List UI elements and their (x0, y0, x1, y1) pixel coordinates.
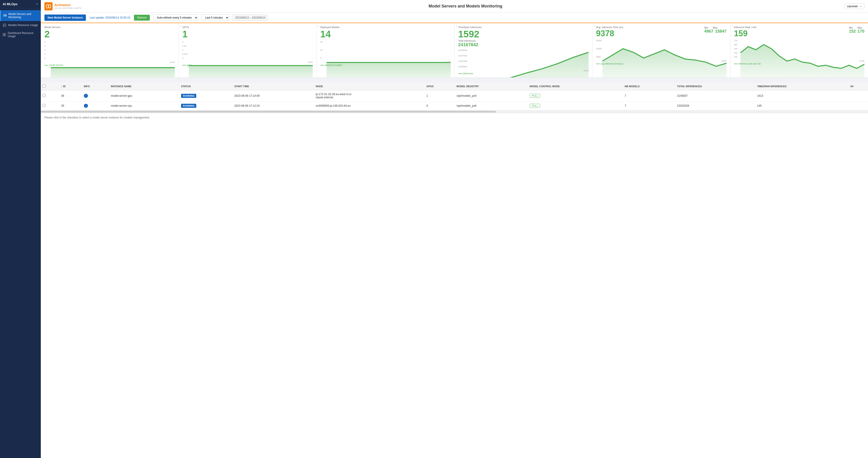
min-value-4: 4967 (704, 29, 713, 34)
th-node[interactable]: NODE (314, 82, 425, 90)
chart-inference-rate: 170165160155150 15:05 (734, 39, 865, 62)
td-nb-models-1: 7 (623, 101, 675, 110)
metric-info-icon-3: i (457, 25, 457, 27)
metric-left-4: Avg. Inference Time (us) 9378 (596, 26, 623, 38)
td-model-control-mode-1: POLL (528, 101, 623, 110)
user-arrow-icon: → (859, 4, 862, 8)
metric-value-2: 14 (320, 29, 451, 39)
chart-gpus: 21.5010.5000 15:05 (182, 41, 313, 63)
legend-line-4 (596, 64, 600, 64)
sidebar-item-model-servers[interactable]: Model Servers and Monitoring (0, 10, 41, 21)
minmax-labels-5: MinMax (849, 26, 864, 29)
refresh-button[interactable]: Refresh (134, 15, 150, 21)
th-status[interactable]: STATUS (179, 82, 232, 90)
sidebar-header: AI MLOps × (0, 0, 41, 8)
th-timespan-inferences[interactable]: TIMESPAN INFERENCES (755, 82, 848, 90)
sidebar-close-icon[interactable]: × (36, 2, 38, 6)
user-badge[interactable]: caromel → (845, 3, 864, 9)
instances-table: ↓ ID INFO INSTANCE NAME STATUS START TIM… (41, 82, 868, 110)
svg-marker-20 (740, 45, 865, 78)
footer-note: Please click in the checkbox to select a… (41, 113, 868, 122)
metric-label-1: GPUs (182, 26, 313, 29)
horizontal-scrollbar[interactable] (41, 110, 868, 113)
svg-point-3 (6, 16, 6, 16)
th-total-inferences[interactable]: TOTAL INFERENCES (675, 82, 755, 90)
metric-label-3: TimeSpan Inferences (458, 26, 589, 29)
td-id-1: 35 (59, 101, 82, 110)
sidebar-title: AI MLOps (3, 2, 18, 6)
metric-gpus: i GPUs 1 21.5010.5000 15:05 gpu (179, 23, 317, 77)
td-id-0: 36 (59, 90, 82, 101)
sidebar-item-label-1: Models Resource Usage (8, 24, 38, 27)
metric-model-servers: i Model Servers 2 43210 15:05 m (41, 23, 179, 77)
td-gpus-1: 0 (425, 101, 455, 110)
row-checkbox-1[interactable] (42, 104, 45, 107)
table-row: 36 i model-server-gpu RUNNING 2023-06-09… (41, 90, 868, 101)
dashboard-icon (3, 33, 6, 36)
status-badge-0: RUNNING (181, 94, 196, 98)
td-start-time-0: 2023-06-09 17:14:09 (232, 90, 314, 101)
svg-marker-15 (51, 68, 175, 78)
table-row: 35 i model-server-cpu RUNNING 2023-06-09… (41, 101, 868, 110)
metric-value-1: 1 (182, 29, 313, 39)
chart-xaxis-4: 15:05 (721, 60, 726, 62)
th-info: INFO (82, 82, 109, 90)
date-range: 2023/06/13 – 2023/06/14 (233, 15, 268, 21)
minmax-values-4: 4967 15847 (704, 29, 726, 34)
select-all-checkbox[interactable] (42, 85, 45, 88)
th-gpus[interactable]: GPUS (425, 82, 455, 90)
table-container: ↓ ID INFO INSTANCE NAME STATUS START TIM… (41, 82, 868, 110)
td-gpus-0: 1 (425, 90, 455, 101)
svg-rect-4 (3, 24, 6, 27)
sidebar-item-models-resource[interactable]: Models Resource Usage (0, 21, 41, 29)
last-update-label: Last update: 2023/06/14 15:05:15 (90, 16, 130, 19)
metric-info-icon-5: i (732, 25, 733, 27)
svg-rect-9 (4, 33, 6, 34)
sidebar: AI MLOps × Model Servers and Monitoring (0, 0, 41, 458)
th-start-time[interactable]: START TIME (232, 82, 314, 90)
td-info-0: i (82, 90, 109, 101)
td-instance-name-0: model-server-gpu (109, 90, 179, 101)
auto-refresh-select[interactable]: Auto-refresh every 5 minutes (153, 14, 198, 21)
metric-left-5: Inference Rate / min 159 (734, 26, 756, 38)
svg-marker-17 (327, 63, 451, 78)
new-model-server-button[interactable]: New Model Server Instance (44, 14, 86, 21)
legend-line-1 (182, 65, 186, 65)
metric-value-5: 159 (734, 29, 756, 38)
td-model-registry-1: /opt/models_poll (455, 101, 528, 110)
row-checkbox-0[interactable] (42, 94, 45, 97)
td-timespan-inferences-1: 145 (755, 101, 848, 110)
table-header-row: ↓ ID INFO INSTANCE NAME STATUS START TIM… (41, 82, 868, 90)
resource-icon (3, 23, 6, 27)
metric-value-0: 2 (44, 29, 175, 39)
td-status-1: RUNNING (179, 101, 232, 110)
metric-minmax-4: MinMax 4967 15847 (704, 26, 726, 34)
logo-area: Activeeon SCALE BEYOND LIMITS (44, 2, 82, 10)
th-id[interactable]: ↓ ID (59, 82, 82, 90)
sidebar-item-dashboard-resource[interactable]: Dashboard Resource Usage (0, 29, 41, 40)
metric-minmax-5: MinMax 152 170 (849, 26, 864, 34)
th-model-control-mode[interactable]: MODEL CONTROL MODE (528, 82, 623, 90)
chart-avg-inference: 15000100005000 15:05 (596, 39, 726, 62)
metric-label-4: Avg. Inference Time (us) (596, 26, 623, 29)
poll-badge-1: POLL (530, 104, 540, 108)
td-total-inferences-1: 22022029 (675, 101, 755, 110)
table-section: ↓ ID INFO INSTANCE NAME STATUS START TIM… (41, 82, 868, 458)
td-node-1: ns3006693.ip-149-202-64.eu (314, 101, 425, 110)
svg-point-2 (6, 15, 6, 15)
td-model-control-mode-0: POLL (528, 90, 623, 101)
logo-sub: SCALE BEYOND LIMITS (54, 7, 82, 9)
time-range-select[interactable]: Last 5 minutes (202, 14, 229, 21)
spacer (41, 78, 868, 80)
svg-marker-16 (189, 66, 313, 78)
svg-rect-11 (4, 35, 6, 36)
info-icon-1[interactable]: i (84, 104, 88, 108)
th-instance-name[interactable]: INSTANCE NAME (109, 82, 179, 90)
metric-value-3: 1592 (458, 29, 589, 39)
th-nb-models[interactable]: NB MODELS (623, 82, 675, 90)
info-icon-0[interactable]: i (84, 94, 88, 98)
td-instance-name-1: model-server-cpu (109, 101, 179, 110)
metric-label-2: Deployed Models (320, 26, 451, 29)
metric-sub-value-3: 24167842 (458, 42, 589, 47)
th-model-registry[interactable]: MODEL REGISTRY (455, 82, 528, 90)
